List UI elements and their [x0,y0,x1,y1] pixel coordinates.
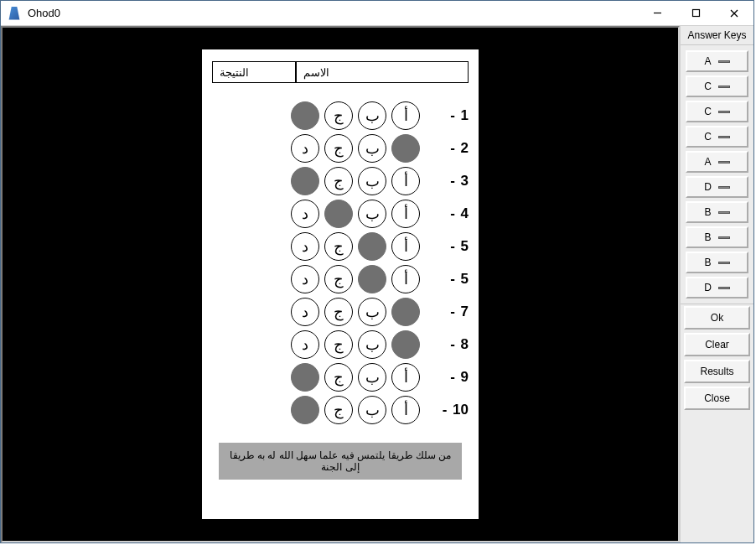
answer-bubble[interactable]: ج [324,330,353,359]
question-row: دجبأ- 2 [212,134,469,163]
svg-rect-1 [692,10,699,17]
question-row: دجبأ- 7 [212,298,469,326]
answer-bubble[interactable]: أ [391,232,420,261]
dropdown-indicator-icon [718,60,730,63]
result-label: النتيجة [220,66,249,79]
ok-button[interactable]: Ok [684,306,750,330]
main-stage: النتيجة الاسم دجبأ- 1دجبأ- 2دجبأ- 3دجبأ-… [1,26,680,542]
answer-bubble[interactable]: د [291,167,319,195]
question-number: - 5 [427,271,469,288]
titlebar: Ohod0 [1,1,753,26]
answer-bubble[interactable]: ج [324,167,353,195]
question-number: - 4 [427,205,469,222]
answer-bubble[interactable]: أ [391,265,420,293]
answer-key-label: A [704,55,711,67]
answer-key-selector[interactable]: C [686,75,748,97]
answer-bubble[interactable]: ب [358,330,386,359]
answer-key-selector[interactable]: D [686,277,748,298]
answer-bubble[interactable]: د [291,396,319,424]
answer-bubble[interactable]: ب [358,101,386,130]
answer-bubble[interactable]: ج [324,232,353,261]
answer-bubble[interactable]: ب [358,396,386,424]
answer-bubble[interactable]: ج [324,396,353,424]
dropdown-indicator-icon [718,186,730,189]
answer-bubble[interactable]: أ [391,167,420,195]
answer-key-selector[interactable]: C [686,101,748,122]
dropdown-indicator-icon [718,236,730,239]
answer-bubble[interactable]: أ [391,330,420,359]
clear-button[interactable]: Clear [684,333,750,356]
dropdown-indicator-icon [718,136,730,138]
question-row: دجبأ- 5 [212,265,469,293]
answer-bubble[interactable]: د [291,265,319,293]
answer-key-label: A [704,156,711,168]
answer-bubble[interactable]: ج [324,298,353,326]
answer-key-selector[interactable]: C [686,126,748,148]
answer-key-label: C [704,80,712,92]
question-row: دجبأ- 8 [212,330,469,359]
name-label: الاسم [303,66,329,79]
answer-key-selector[interactable]: A [686,50,748,72]
answer-bubble[interactable]: د [291,363,319,392]
question-row: دجبأ- 9 [212,363,469,392]
answer-bubble[interactable]: ب [358,363,386,392]
dropdown-indicator-icon [718,111,730,113]
answer-key-selector[interactable]: B [686,226,748,248]
answer-bubble[interactable]: أ [391,396,420,424]
question-row: دجبأ- 10 [212,396,469,424]
question-number: - 10 [427,402,469,418]
answer-bubble[interactable]: ج [324,101,353,130]
answer-bubble[interactable]: ج [324,134,353,163]
window-title: Ohod0 [26,7,638,19]
question-number: - 3 [427,173,469,189]
answer-bubble[interactable]: ب [358,134,386,163]
answer-bubble[interactable]: ب [358,167,386,195]
dropdown-indicator-icon [718,287,730,289]
answer-bubble[interactable]: د [291,134,319,163]
answer-key-label: B [704,206,711,218]
answer-key-selector[interactable]: A [686,151,748,173]
answer-bubble[interactable]: د [291,298,319,326]
answer-bubble[interactable]: ب [358,265,386,293]
answer-bubble[interactable]: د [291,101,319,130]
answer-bubble[interactable]: أ [391,298,420,326]
results-button[interactable]: Results [684,360,750,383]
answer-sheet: النتيجة الاسم دجبأ- 1دجبأ- 2دجبأ- 3دجبأ-… [202,49,479,519]
question-row: دجبأ- 3 [212,167,469,195]
question-number: - 2 [427,140,469,157]
name-field: الاسم [296,61,469,83]
question-number: - 8 [427,336,469,353]
sidebar-title: Answer Keys [681,26,753,45]
minimize-button[interactable] [638,1,676,26]
answer-key-selector[interactable]: D [686,176,748,198]
answer-bubble[interactable]: ب [358,298,386,326]
answer-bubble[interactable]: أ [391,363,420,392]
answer-bubble[interactable]: ب [358,200,386,228]
app-icon [8,7,21,20]
question-number: - 5 [427,238,469,255]
answer-key-selector[interactable]: B [686,201,748,223]
answer-bubble[interactable]: ب [358,232,386,261]
dropdown-indicator-icon [718,86,730,88]
maximize-button[interactable] [676,1,715,26]
answer-bubble[interactable]: ج [324,265,353,293]
answer-bubble[interactable]: أ [391,200,420,228]
question-number: - 9 [427,369,469,386]
answer-bubble[interactable]: د [291,330,319,359]
answer-bubble[interactable]: ج [324,200,353,228]
question-row: دجبأ- 5 [212,232,469,261]
answer-key-label: D [704,282,712,293]
answer-bubble[interactable]: أ [391,134,420,163]
answer-key-label: B [704,257,711,268]
answer-bubble[interactable]: د [291,200,319,228]
answer-bubble[interactable]: أ [391,101,420,130]
answer-key-selector[interactable]: B [686,252,748,273]
close-window-button[interactable] [715,1,753,26]
question-number: - 7 [427,304,469,320]
answer-bubble[interactable]: ج [324,363,353,392]
dropdown-indicator-icon [718,262,730,264]
hadith-quote: من سلك طريقا يلتمس فيه علما سهل الله له … [219,443,462,480]
question-number: - 1 [427,107,469,124]
close-button[interactable]: Close [684,387,750,410]
answer-bubble[interactable]: د [291,232,319,261]
